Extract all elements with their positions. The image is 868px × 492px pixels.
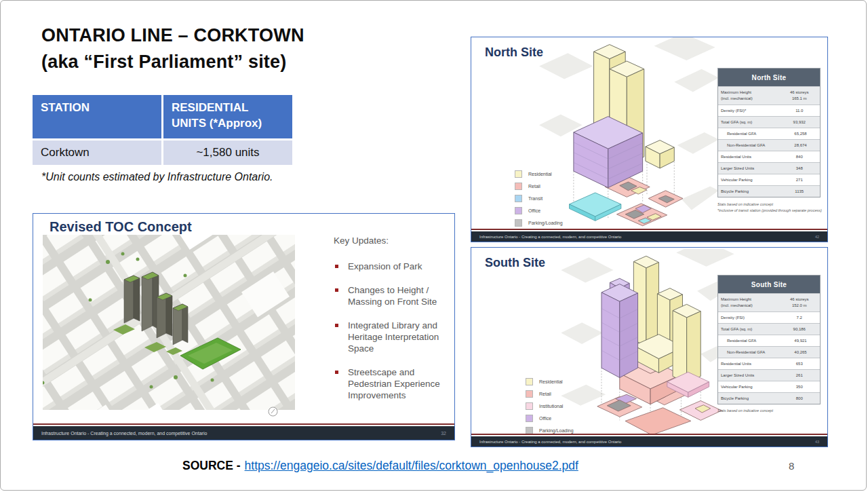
rotate-view-icon	[268, 406, 278, 417]
residential-swatch	[526, 378, 533, 385]
south-legend: Residential Retail Institutional Office …	[526, 378, 574, 439]
stats-row: Total GFA (sq. m)90,186	[718, 323, 820, 335]
legend-item: Retail	[515, 183, 563, 190]
page-title-line1: ONTARIO LINE – CORKTOWN	[41, 22, 304, 49]
residential-swatch	[515, 170, 522, 178]
stats-row: Bicycle Parking800	[718, 392, 820, 404]
io-footer: Infrastructure Ontario - Creating a conn…	[471, 434, 827, 447]
toc-concept-slide: Revised TOC Concept	[33, 213, 455, 440]
footer-text: Infrastructure Ontario - Creating a conn…	[479, 440, 621, 444]
retail-swatch	[526, 390, 533, 398]
slide-page-number: 43	[815, 440, 819, 444]
legend-item: Residential	[526, 378, 574, 385]
station-table: STATION RESIDENTIAL UNITS (*Approx) Cork…	[33, 95, 292, 165]
stats-row: Total GFA (sq. m)93,932	[718, 116, 820, 128]
stats-row: Residential GFA49,921	[718, 335, 820, 346]
page-number: 8	[789, 460, 794, 472]
retail-swatch	[515, 183, 522, 190]
slide-page-number: 32	[441, 431, 446, 436]
north-slide-title: North Site	[485, 45, 543, 60]
legend-item: Residential	[515, 170, 563, 178]
stats-row: Residential Units840	[718, 151, 820, 162]
parking-swatch	[515, 219, 522, 227]
stats-row: Larger Sized Units261	[718, 369, 820, 381]
north-stats-table: North Site Maximum Height(incl. mechanic…	[717, 68, 821, 197]
slide-canvas: ONTARIO LINE – CORKTOWN (aka “First Parl…	[0, 0, 867, 491]
key-updates-panel: Key Updates: Expansion of Park Changes t…	[334, 235, 454, 413]
station-table-header-units: RESIDENTIAL UNITS (*Approx)	[163, 95, 292, 138]
south-slide-title: South Site	[485, 256, 545, 270]
legend-item: Retail	[526, 390, 574, 398]
south-site-slide: South Site	[471, 247, 828, 447]
units-footnote: *Unit counts estimated by Infrastructure…	[41, 171, 273, 183]
bullet-icon	[335, 324, 338, 327]
stats-row: Density (FSI)*11.0	[718, 105, 820, 116]
stats-row: Residential GFA65,258	[718, 128, 820, 139]
office-swatch	[526, 415, 533, 422]
stats-notes: Stats based on indicative concept *inclu…	[717, 202, 822, 214]
stats-row: Residential Units653	[718, 358, 820, 369]
key-updates-heading: Key Updates:	[334, 235, 454, 246]
bullet-icon	[335, 265, 338, 268]
legend-item: Transit	[515, 195, 563, 202]
bullet-icon	[335, 288, 338, 292]
office-swatch	[515, 207, 522, 214]
stats-row: Bicycle Parking1135	[718, 185, 820, 197]
stats-row: Maximum Height(incl. mechanical)46 store…	[718, 293, 820, 311]
stats-row: Maximum Height(incl. mechanical)46 store…	[718, 86, 820, 105]
bullet-icon	[335, 371, 338, 374]
station-cell: Corktown	[33, 140, 161, 165]
footer-divider	[33, 423, 454, 425]
legend-item: Parking/Loading	[515, 219, 563, 227]
station-table-header-station: STATION	[33, 95, 161, 138]
aerial-render-image	[43, 235, 295, 410]
footer-text: Infrastructure Ontario - Creating a conn…	[41, 431, 207, 436]
source-line: SOURCE -https://engageio.ca/sites/defaul…	[182, 459, 578, 473]
north-legend: Residential Retail Transit Office Parkin…	[515, 170, 563, 231]
north-site-slide: North Site	[471, 37, 828, 242]
source-label: SOURCE -	[182, 459, 241, 472]
stats-notes: Stats based on indicative concept	[717, 408, 773, 414]
legend-item: Office	[515, 207, 563, 214]
stats-row: Non-Residential GFA28,674	[718, 139, 820, 151]
stats-table-title: North Site	[718, 69, 820, 86]
stats-row: Larger Sized Units348	[718, 162, 820, 174]
transit-swatch	[515, 195, 522, 202]
north-massing-diagram	[539, 37, 719, 229]
key-updates-list: Expansion of Park Changes to Height / Ma…	[334, 261, 454, 401]
legend-item: Institutional	[526, 402, 574, 410]
source-link[interactable]: https://engageio.ca/sites/default/files/…	[245, 459, 578, 472]
stats-row: Non-Residential GFA40,265	[718, 346, 820, 358]
footer-divider	[471, 434, 827, 435]
page-title-line2: (aka “First Parliament” site)	[41, 49, 304, 75]
list-item: Changes to Height / Massing on Front Sit…	[334, 284, 454, 307]
institutional-swatch	[526, 402, 533, 410]
io-footer: Infrastructure Ontario - Creating a conn…	[33, 423, 454, 440]
io-footer: Infrastructure Ontario - Creating a conn…	[471, 229, 827, 242]
stats-row: Vehicular Parking350	[718, 381, 820, 392]
slide-page-number: 42	[815, 235, 819, 239]
footer-divider	[471, 229, 827, 230]
units-cell: ~1,580 units	[163, 140, 292, 165]
list-item: Expansion of Park	[334, 261, 454, 272]
list-item: Integrated Library and Heritage Interpre…	[334, 320, 454, 354]
legend-item: Office	[526, 415, 574, 422]
stats-row: Vehicular Parking271	[718, 174, 820, 185]
page-title: ONTARIO LINE – CORKTOWN (aka “First Parl…	[41, 22, 304, 75]
aerial-render	[43, 235, 295, 410]
stats-row: Density (FSI)7.2	[718, 311, 820, 323]
toc-slide-title: Revised TOC Concept	[50, 219, 192, 235]
stats-table-title: South Site	[718, 276, 820, 293]
south-stats-table: South Site Maximum Height(incl. mechanic…	[717, 275, 821, 404]
footer-text: Infrastructure Ontario - Creating a conn…	[479, 235, 621, 239]
list-item: Streetscape and Pedestrian Experience Im…	[334, 366, 454, 401]
south-massing-diagram	[561, 249, 736, 435]
